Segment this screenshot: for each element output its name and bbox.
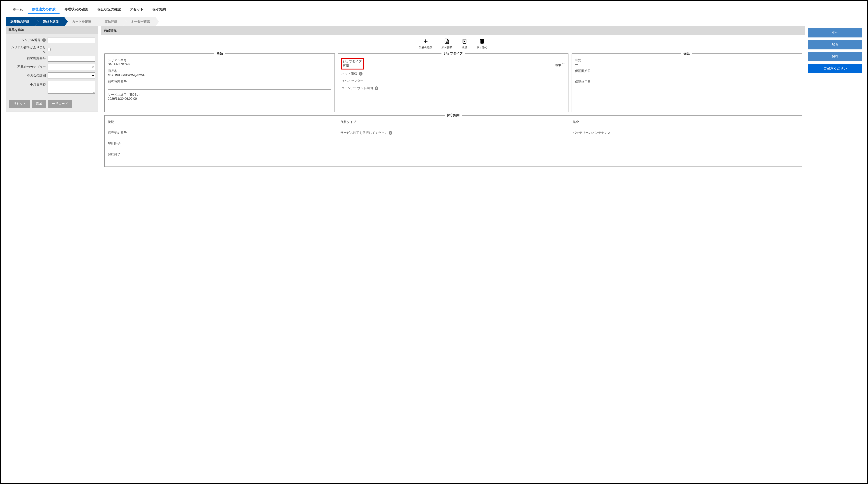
problem-detail-select[interactable]: [48, 72, 95, 79]
label-problem-category: 不具合のカテゴリー: [9, 65, 48, 69]
label-warranty-end: 保証終了日: [575, 80, 799, 84]
value-battery: —: [573, 135, 799, 139]
value-product-name: MC9190-G30SWAQA6WR: [108, 73, 331, 77]
configure-icon: [461, 38, 468, 44]
customer-ref-box-input[interactable]: [108, 84, 331, 90]
jobtype-box: ジョブタイプ ジョブタイプ 有償 紛争 ネット価格 i: [338, 54, 568, 112]
product-box-legend: 商品: [214, 52, 225, 56]
add-button[interactable]: 追加: [32, 100, 46, 108]
next-button[interactable]: 次へ: [808, 28, 862, 37]
value-eosl: 2026/11/30 06:00:00: [108, 97, 331, 100]
value-collect: —: [573, 124, 799, 128]
label-replace-type: 代替タイプ: [340, 120, 566, 124]
warranty-box: 保証 状況 — 保証開始日 — 保証終了日 —: [571, 54, 802, 112]
tool-configure[interactable]: 構成: [461, 38, 468, 50]
label-collect: 集金: [573, 120, 799, 124]
reset-button[interactable]: リセット: [9, 100, 30, 108]
main-tabs: ホーム 修理注文の作成 修理状況の確認 保証状況の確認 アセット 保守契約: [6, 4, 862, 14]
label-product-name: 商品名: [108, 69, 331, 73]
action-panel: 次へ 戻る 保存 ご留意ください: [808, 26, 862, 78]
value-warranty-start: —: [575, 73, 799, 77]
tab-contract[interactable]: 保守契約: [148, 5, 170, 13]
step-order-confirm: オーダー確認: [123, 18, 156, 26]
tool-remove[interactable]: 取り除く: [477, 38, 488, 50]
label-dispute: 紛争: [555, 63, 561, 67]
tab-asset[interactable]: アセット: [126, 5, 148, 13]
step-add-product[interactable]: 製品を追加: [35, 18, 64, 26]
no-serial-checkbox[interactable]: [48, 48, 51, 51]
value-contract-no: —: [108, 135, 334, 139]
dispute-checkbox[interactable]: [562, 63, 565, 66]
jobtype-highlight: ジョブタイプ 有償: [341, 58, 364, 69]
label-jobtype: ジョブタイプ: [343, 60, 362, 64]
serial-input[interactable]: [48, 37, 95, 43]
tab-create-order[interactable]: 修理注文の作成: [28, 5, 60, 14]
value-warranty-end: —: [575, 84, 799, 88]
save-button[interactable]: 保存: [808, 52, 862, 61]
label-customer-ref: 顧客整理番号: [9, 57, 48, 61]
trash-icon: [479, 38, 485, 44]
label-warranty-start: 保証開始日: [575, 69, 799, 73]
info-icon[interactable]: i: [375, 86, 378, 90]
value-contract-end: —: [108, 157, 334, 160]
warranty-box-legend: 保証: [681, 52, 692, 56]
value-select-eosl: —: [340, 135, 566, 139]
step-payment-detail: 支払詳細: [97, 18, 123, 26]
label-tat: ターンアラウンド期間: [341, 86, 373, 90]
label-serial-value: シリアル番号: [108, 58, 331, 62]
tab-home[interactable]: ホーム: [8, 5, 27, 13]
label-warranty-status: 状況: [575, 58, 799, 62]
value-contract-start: —: [108, 146, 334, 149]
label-contract-end: 契約終了: [108, 153, 334, 157]
info-icon[interactable]: i: [389, 131, 392, 135]
label-repair-center: リペアセンター: [341, 79, 565, 83]
plus-icon: [423, 38, 429, 44]
value-warranty-status: —: [575, 62, 799, 66]
tool-add-product[interactable]: 製品の追加: [419, 38, 432, 50]
label-battery: バッテリーのメンテナンス: [573, 131, 799, 135]
value-jobtype: 有償: [343, 64, 362, 68]
step-review-cart: カートを確認: [64, 18, 97, 26]
tab-warranty-status[interactable]: 保証状況の確認: [93, 5, 125, 13]
info-icon[interactable]: i: [359, 72, 363, 75]
tool-attachments[interactable]: 添付書類: [441, 38, 452, 50]
value-contract-status: —: [108, 124, 334, 128]
label-net-price: ネット価格: [341, 72, 357, 75]
product-info-panel: 商品情報 製品の追加 添付書類 構成 取り除く: [101, 26, 805, 170]
tab-repair-status[interactable]: 修理状況の確認: [60, 5, 92, 13]
product-info-title: 商品情報: [101, 26, 805, 35]
value-replace-type: —: [340, 124, 566, 128]
label-contract-status: 状況: [108, 120, 334, 124]
bulk-load-button[interactable]: 一括ロード: [48, 100, 72, 108]
jobtype-box-legend: ジョブタイプ: [441, 52, 465, 56]
product-toolbar: 製品の追加 添付書類 構成 取り除く: [101, 35, 805, 52]
customer-ref-input[interactable]: [48, 56, 95, 62]
contract-box: 保守契約 状況— 保守契約番号— 契約開始— 契約終了— 代替タイプ— サービス…: [104, 115, 802, 167]
step-return-detail[interactable]: 返却先の詳細: [6, 18, 35, 26]
back-button[interactable]: 戻る: [808, 40, 862, 50]
label-serial: シリアル番号: [22, 38, 40, 42]
label-customer-ref-box: 顧客整理番号: [108, 80, 331, 84]
label-no-serial: シリアル番号がありません: [9, 46, 48, 54]
label-problem-desc: 不具合内容: [9, 81, 48, 86]
contract-box-legend: 保守契約: [444, 113, 462, 117]
document-icon: [444, 38, 450, 44]
problem-category-select[interactable]: [48, 64, 95, 70]
info-icon[interactable]: i: [42, 38, 46, 42]
note-button[interactable]: ご留意ください: [808, 64, 862, 73]
problem-desc-textarea[interactable]: [48, 81, 95, 94]
label-problem-detail: 不具合の詳細: [9, 73, 48, 78]
label-eosl: サービス終了（EOSL）: [108, 93, 331, 97]
label-select-eosl: サービス終了を選択してください: [340, 131, 388, 134]
progress-stepper: 返却先の詳細 製品を追加 カートを確認 支払詳細 オーダー確認: [6, 18, 862, 26]
value-serial: SN_UNKNOWN: [108, 62, 331, 66]
label-contract-start: 契約開始: [108, 142, 334, 146]
add-product-panel-title: 製品を追加: [6, 26, 98, 34]
product-box: 商品 シリアル番号 SN_UNKNOWN 商品名 MC9190-G30SWAQA…: [104, 54, 335, 112]
label-contract-no: 保守契約番号: [108, 131, 334, 135]
add-product-panel: 製品を追加 シリアル番号 i シリアル番号がありません 顧客整理番号 不具合のカ…: [6, 26, 98, 112]
